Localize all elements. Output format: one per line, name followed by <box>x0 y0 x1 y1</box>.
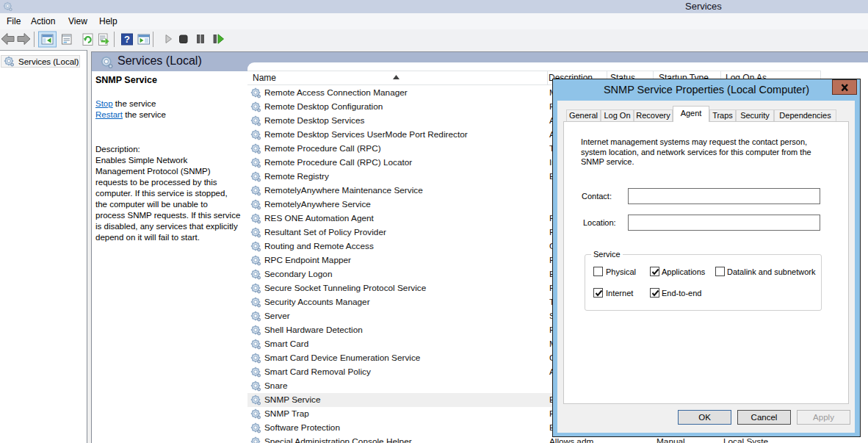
svg-text:?: ? <box>124 34 130 45</box>
